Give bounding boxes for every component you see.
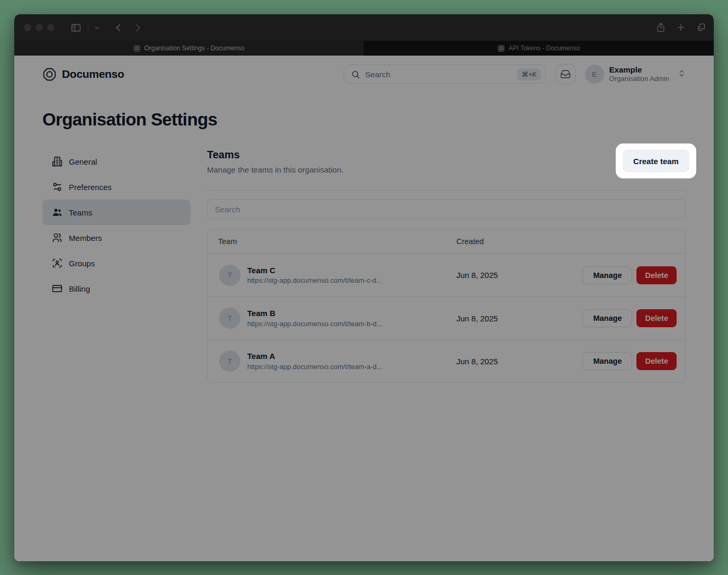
building-icon (52, 156, 62, 167)
sidebar-item-general[interactable]: General (42, 149, 191, 174)
team-name: Team B (247, 309, 382, 319)
page-content: Documenso Search ⌘+K E (14, 62, 714, 561)
teams-search-input[interactable] (207, 199, 686, 219)
team-avatar: T (219, 308, 240, 329)
back-icon[interactable] (113, 23, 123, 33)
minimize-window-icon[interactable] (35, 24, 43, 31)
sidebar-item-preferences[interactable]: Preferences (42, 174, 191, 200)
sidebar-item-billing[interactable]: Billing (42, 276, 191, 301)
settings-nav: General Preferences Teams (42, 149, 191, 301)
browser-window: Organisation Settings - Documenso API To… (14, 14, 714, 561)
delete-button[interactable]: Delete (636, 266, 677, 284)
sidebar-item-groups[interactable]: Groups (42, 250, 191, 276)
teams-section: Teams Manage the teams in this organisat… (207, 149, 686, 383)
manage-button[interactable]: Manage (582, 309, 632, 327)
team-created: Jun 8, 2025 (456, 314, 582, 323)
avatar: E (585, 65, 604, 84)
team-avatar: T (219, 351, 240, 372)
tab-title: Organisation Settings - Documenso (144, 44, 244, 52)
table-header: Team Created (208, 229, 685, 254)
documenso-logo-icon (42, 67, 57, 82)
share-icon[interactable] (655, 22, 666, 33)
sliders-icon (52, 182, 62, 192)
sidebar-item-label: General (69, 157, 97, 166)
sidebar-item-members[interactable]: Members (42, 225, 191, 250)
teams-table: Team Created T Team C https://stg-app.do… (207, 229, 686, 383)
sidebar-item-label: Preferences (69, 183, 112, 192)
team-url: https://stg-app.documenso.com/t/team-a-d… (247, 363, 382, 371)
tab-strip: Organisation Settings - Documenso API To… (14, 41, 714, 56)
team-name: Team A (247, 352, 382, 362)
forward-icon[interactable] (133, 23, 143, 33)
section-divider (207, 190, 686, 191)
manage-button[interactable]: Manage (582, 352, 632, 370)
traffic-lights[interactable] (24, 24, 55, 31)
zoom-window-icon[interactable] (47, 24, 55, 31)
user-role: Organisation Admin (609, 75, 669, 84)
sidebar-item-label: Teams (69, 208, 92, 217)
team-name: Team C (247, 266, 382, 276)
sidebar-item-teams[interactable]: Teams (42, 200, 191, 225)
users-filled-icon (52, 207, 62, 218)
inbox-icon (560, 69, 571, 79)
search-placeholder: Search (365, 70, 391, 79)
users-icon (52, 232, 62, 243)
team-url: https://stg-app.documenso.com/t/team-b-d… (247, 320, 382, 328)
user-name: Example (609, 65, 669, 75)
search-icon (351, 70, 360, 79)
delete-button[interactable]: Delete (636, 352, 677, 370)
sidebar-toggle-icon[interactable] (70, 22, 82, 33)
section-subtitle: Manage the teams in this organisation. (207, 165, 686, 174)
toolbar-divider (88, 23, 88, 32)
chevrons-up-down-icon (678, 69, 686, 79)
table-row: T Team C https://stg-app.documenso.com/t… (208, 254, 685, 297)
team-avatar: T (219, 265, 240, 286)
sidebar-item-label: Members (69, 233, 102, 242)
inbox-button[interactable] (555, 64, 576, 84)
team-created: Jun 8, 2025 (456, 357, 582, 366)
tab-overview-icon[interactable] (696, 22, 706, 33)
sidebar-item-label: Billing (69, 284, 90, 293)
tab-title: API Tokens - Documenso (508, 44, 580, 52)
page-title: Organisation Settings (42, 110, 686, 130)
sidebar-item-label: Groups (69, 259, 95, 268)
teams-section-header: Teams Manage the teams in this organisat… (207, 149, 686, 191)
team-created: Jun 8, 2025 (456, 271, 582, 280)
table-row: T Team A https://stg-app.documenso.com/t… (208, 339, 685, 382)
tab-api-tokens[interactable]: API Tokens - Documenso (364, 41, 714, 56)
search-shortcut-badge: ⌘+K (517, 68, 541, 80)
user-group-frame-icon (52, 258, 62, 268)
credit-card-icon (52, 283, 62, 294)
create-team-button[interactable]: Create team (623, 150, 689, 172)
documenso-favicon-icon (133, 45, 140, 52)
app-header: Documenso Search ⌘+K E (42, 62, 686, 86)
manage-button[interactable]: Manage (582, 266, 632, 284)
table-row: T Team B https://stg-app.documenso.com/t… (208, 297, 685, 339)
global-search-input[interactable]: Search ⌘+K (344, 65, 546, 84)
create-team-spotlight: Create team (616, 143, 696, 178)
column-created: Created (456, 237, 675, 246)
close-window-icon[interactable] (24, 24, 31, 31)
user-menu[interactable]: E Example Organisation Admin (585, 65, 686, 84)
column-team: Team (218, 237, 456, 246)
documenso-favicon-icon (498, 45, 505, 52)
new-tab-icon[interactable] (676, 22, 686, 33)
chevron-down-icon[interactable] (94, 24, 101, 31)
section-title: Teams (207, 149, 686, 161)
brand[interactable]: Documenso (42, 67, 124, 82)
delete-button[interactable]: Delete (636, 309, 677, 327)
tab-organisation-settings[interactable]: Organisation Settings - Documenso (14, 41, 364, 56)
browser-toolbar (14, 14, 714, 41)
brand-name: Documenso (62, 68, 124, 80)
team-url: https://stg-app.documenso.com/t/team-c-d… (247, 276, 382, 284)
